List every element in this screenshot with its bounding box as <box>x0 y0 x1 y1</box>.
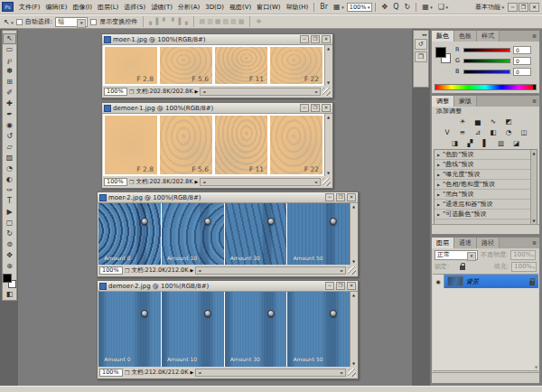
screen-mode-icon[interactable]: ❏ <box>435 3 451 11</box>
horizontal-scrollbar[interactable] <box>195 369 346 377</box>
scroll-up-icon[interactable] <box>535 275 537 280</box>
scroll-down-icon[interactable] <box>350 258 357 265</box>
panel-tab[interactable]: 调整 <box>432 96 454 107</box>
panel-tab[interactable]: 样式 <box>477 31 500 42</box>
channel-slider[interactable] <box>463 59 510 63</box>
marquee-tool[interactable]: ▭ <box>3 44 16 55</box>
maximize-button[interactable]: ❐ <box>336 193 345 201</box>
close-button[interactable]: ✕ <box>322 104 331 112</box>
zoom-tool[interactable]: ⊕ <box>3 261 16 272</box>
status-popup-icon[interactable]: ▶ <box>191 369 194 375</box>
minimize-button[interactable]: ─ <box>325 282 334 290</box>
sample-image[interactable]: Amount 50 <box>287 203 350 265</box>
panel-tab[interactable]: 色板 <box>454 31 477 42</box>
scroll-right-icon[interactable] <box>313 179 320 185</box>
distribute-icon[interactable]: ▧ <box>222 18 229 25</box>
resize-grip[interactable] <box>322 88 331 96</box>
status-popup-icon[interactable]: ▶ <box>195 179 199 184</box>
sample-image[interactable]: F 11 <box>215 47 267 84</box>
menu-item[interactable]: 图像(I) <box>70 1 95 14</box>
foreground-color-swatch[interactable] <box>3 274 12 283</box>
channel-value-field[interactable]: 0 <box>513 68 531 76</box>
sample-image[interactable]: F 2.8 <box>105 47 157 84</box>
path-selection-tool[interactable]: ▶ <box>3 207 16 218</box>
crop-tool[interactable]: ⊞ <box>3 77 16 88</box>
resize-grip[interactable] <box>348 369 356 377</box>
panel-menu-icon[interactable]: ≣ <box>532 31 539 42</box>
panel-menu-icon[interactable]: ≣ <box>532 96 539 107</box>
visibility-cell[interactable]: ◉ <box>433 275 444 288</box>
invert-icon[interactable]: ◨ <box>449 139 461 148</box>
menu-item[interactable]: 选择(S) <box>121 1 148 14</box>
panel-menu-icon[interactable]: ≣ <box>532 238 539 248</box>
sample-image[interactable]: F 22 <box>270 47 322 84</box>
minimize-button[interactable]: ─ <box>508 3 518 12</box>
blur-tool[interactable]: ◔ <box>3 163 16 174</box>
curves-icon[interactable]: ∿ <box>488 117 500 126</box>
align-icon[interactable]: ▖ <box>149 18 154 25</box>
brush-tool[interactable]: ✒ <box>3 109 16 120</box>
close-button[interactable]: ✕ <box>347 282 356 290</box>
scroll-up-icon[interactable] <box>350 292 357 298</box>
exposure-icon[interactable]: ◩ <box>503 117 515 126</box>
type-tool[interactable]: T <box>3 196 16 207</box>
maximize-button[interactable]: ❐ <box>311 35 320 43</box>
resize-grip[interactable] <box>322 178 331 186</box>
canvas-area[interactable]: F 2.8 F 5.6 F 11 F 22 <box>103 45 332 86</box>
opacity-field[interactable]: 100% <box>510 250 536 260</box>
canvas-area[interactable]: F 2.8 F 5.6 F 11 F 22 <box>103 114 332 176</box>
resize-grip[interactable] <box>348 266 356 275</box>
panel-tab[interactable]: 通道 <box>454 238 477 248</box>
3d-rotate-tool[interactable]: ↻ <box>3 229 16 239</box>
close-button[interactable]: ✕ <box>347 193 356 201</box>
collapse-dock-icon[interactable]: ◂◂ <box>414 31 428 37</box>
threshold-icon[interactable]: ▌ <box>480 139 491 148</box>
preset-item[interactable]: "曝光度"预设 <box>435 170 537 180</box>
sample-image[interactable]: Amount 10 <box>162 292 224 367</box>
view-extras-icon[interactable]: ▦ <box>331 3 347 11</box>
horizontal-scrollbar[interactable] <box>195 266 346 275</box>
channel-slider[interactable] <box>463 70 510 74</box>
horizontal-scrollbar[interactable] <box>200 88 321 96</box>
menu-item[interactable]: 帮助(H) <box>284 1 312 14</box>
hand-tool[interactable]: ✥ <box>3 250 16 261</box>
sample-image[interactable]: Amount 50 <box>287 292 350 367</box>
scroll-right-icon[interactable] <box>313 89 320 95</box>
auto-select-dropdown[interactable]: 组 <box>55 17 88 27</box>
hue-saturation-icon[interactable]: ≡ <box>457 128 469 137</box>
channel-mixer-icon[interactable]: ◫ <box>519 128 530 137</box>
window-titlebar[interactable]: moer-1.jpg @ 100%(RGB/8#) ─ ❐ ✕ <box>102 34 332 45</box>
channel-slider[interactable] <box>463 48 510 52</box>
foreground-color-swatch[interactable] <box>435 47 446 58</box>
posterize-icon[interactable]: ▞ <box>464 139 476 148</box>
scroll-down-icon[interactable] <box>531 218 537 224</box>
scroll-down-icon[interactable] <box>325 170 332 176</box>
zoom-percent-field[interactable]: 100% <box>104 88 127 96</box>
scroll-left-icon[interactable] <box>196 369 202 376</box>
zoom-percent-field[interactable]: 100% <box>104 178 127 186</box>
distribute-icon[interactable]: ▤ <box>200 18 206 25</box>
history-brush-tool[interactable]: ↺ <box>3 131 16 142</box>
document-window-demoer1[interactable]: demoer-1.jpg @ 100%(RGB/8#) ─ ❐ ✕ F 2.8 … <box>101 102 333 189</box>
align-icon[interactable]: ▌ <box>156 18 161 25</box>
panel-tab[interactable]: 颜色 <box>432 31 454 42</box>
scroll-up-icon[interactable] <box>531 150 537 156</box>
document-window-demoer2[interactable]: demoer-2.jpg @ 100%(RGB/8#) ─ ❐ ✕ Amount… <box>97 280 359 379</box>
scroll-right-icon[interactable] <box>339 267 345 274</box>
panel-tab[interactable]: 图层 <box>432 238 454 248</box>
status-popup-icon[interactable]: ▶ <box>195 89 199 94</box>
align-icon[interactable]: ▐ <box>176 18 181 25</box>
channel-value-field[interactable]: 0 <box>513 46 531 54</box>
sample-image[interactable]: F 2.8 <box>105 116 157 174</box>
spectrum-ramp[interactable] <box>435 84 537 90</box>
levels-icon[interactable]: ▅ <box>472 117 484 126</box>
scroll-left-icon[interactable] <box>201 89 207 95</box>
layer-thumbnail[interactable] <box>447 276 463 286</box>
preset-scrollbar[interactable] <box>530 150 537 224</box>
status-popup-icon[interactable]: ▶ <box>191 267 194 273</box>
sample-image[interactable]: Amount 0 <box>98 203 161 265</box>
scroll-right-icon[interactable] <box>339 369 345 376</box>
scroll-up-icon[interactable] <box>350 203 357 210</box>
channel-value-field[interactable]: 0 <box>513 57 531 65</box>
bridge-icon[interactable]: Br <box>317 3 331 11</box>
